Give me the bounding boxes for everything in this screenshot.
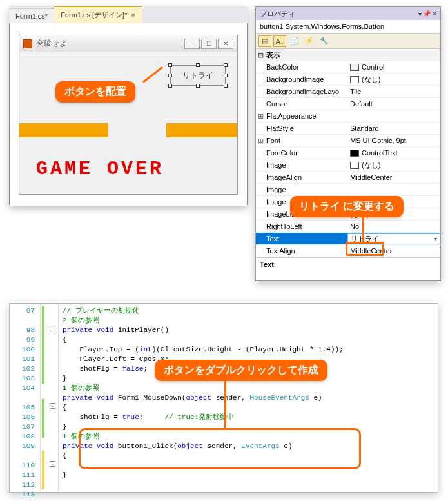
tab-form-cs[interactable]: Form1.cs* [9,8,54,23]
properties-toolbar: ▤ A↓ 📄 ⚡ 🔧 [256,34,440,49]
category-label: 表示 [265,50,347,60]
property-row-forecolor[interactable]: ForeColorControlText [256,147,440,159]
tab-bar: Form1.cs* Form1.cs [デザイン]*× [9,6,248,23]
highlight-new-method [79,428,361,469]
retry-button-label: リトライ [182,70,213,81]
fold-margin: - - - [41,304,59,492]
callout-change-text: リトライ に変更する [290,196,404,217]
close-icon[interactable]: × [131,11,135,19]
minimize-button[interactable]: — [184,39,200,49]
fold-icon[interactable]: - [50,461,55,467]
property-row-backcolor[interactable]: BackColorControl [256,61,440,74]
callout-pointer [362,215,364,242]
property-row-cursor[interactable]: CursorDefault [256,98,440,110]
form-icon [23,39,32,48]
close-button[interactable]: ✕ [218,39,233,49]
property-row-backgroundimagelayo[interactable]: BackgroundImageLayoTile [256,86,440,98]
orange-block-left [19,123,108,137]
categorized-icon[interactable]: ▤ [258,35,271,47]
callout-pointer [224,380,226,430]
callout-place-button: ボタンを配置 [55,81,135,103]
property-row-flatstyle[interactable]: FlatStyleStandard [256,123,440,135]
property-row-righttoleft[interactable]: RightToLeftNo [256,221,440,233]
propertypages-icon[interactable]: 🔧 [318,35,331,47]
props-icon[interactable]: 📄 [288,35,301,47]
gameover-text: GAME OVER [36,158,164,180]
line-number-gutter: 9798991001011021031041051061071081091101… [10,304,41,492]
designer-panel: Form1.cs* Form1.cs [デザイン]*× 突破せよ — ☐ ✕ リ… [9,6,248,206]
maximize-button[interactable]: ☐ [201,39,217,49]
pin-icon[interactable]: ▾ 📌 × [418,10,436,17]
form-titlebar: 突破せよ — ☐ ✕ [19,35,237,52]
property-grid[interactable]: ⊟表示 BackColorControlBackgroundImage(なし)B… [256,49,440,257]
events-icon[interactable]: ⚡ [303,35,316,47]
collapse-icon[interactable]: ⊟ [256,51,265,59]
property-row-imagealign[interactable]: ImageAlignMiddleCenter [256,172,440,184]
selected-button[interactable]: リトライ [170,65,226,86]
properties-panel: プロパティ ▾ 📌 × button1 System.Windows.Forms… [255,6,441,281]
property-row-backgroundimage[interactable]: BackgroundImage(なし) [256,74,440,86]
properties-title: プロパティ ▾ 📌 × [256,7,440,20]
property-row-flatappearance[interactable]: ⊞FlatAppearance [256,110,440,123]
tab-form-designer[interactable]: Form1.cs [デザイン]*× [54,6,142,23]
properties-object[interactable]: button1 System.Windows.Forms.Button [256,20,440,34]
property-row-image[interactable]: Image(なし) [256,159,440,172]
form-window: 突破せよ — ☐ ✕ リトライ GAME OVER [19,35,238,195]
alpha-sort-icon[interactable]: A↓ [273,35,286,47]
fold-icon[interactable]: - [50,403,55,409]
property-description: Text [256,257,440,278]
orange-block-right [166,123,237,137]
callout-dblclick: ボタンをダブルクリックして作成 [155,360,327,381]
property-row-image[interactable]: Image [256,184,440,196]
property-row-font[interactable]: ⊞FontMS UI Gothic, 9pt [256,135,440,147]
highlight-text-value [346,242,384,256]
fold-icon[interactable]: - [50,326,55,331]
form-title-text: 突破せよ [36,38,67,49]
